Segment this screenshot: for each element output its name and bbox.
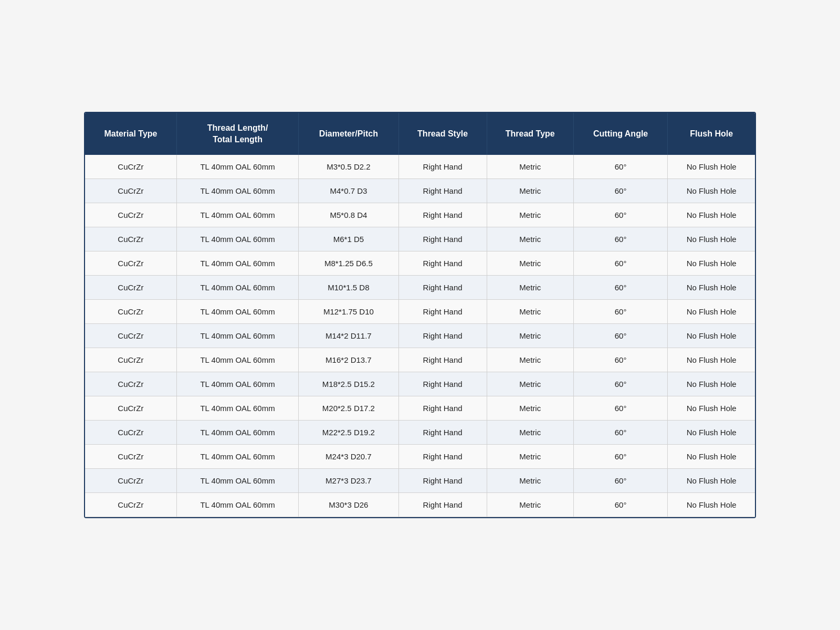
table-cell: 60° bbox=[573, 421, 668, 445]
table-row: CuCrZrTL 40mm OAL 60mmM30*3 D26Right Han… bbox=[85, 493, 755, 517]
table-cell: Right Hand bbox=[398, 493, 487, 517]
table-cell: TL 40mm OAL 60mm bbox=[176, 227, 298, 251]
table-cell: CuCrZr bbox=[85, 421, 176, 445]
header-diameter-pitch: Diameter/Pitch bbox=[299, 113, 398, 155]
table-cell: No Flush Hole bbox=[668, 396, 755, 421]
table-cell: Right Hand bbox=[398, 469, 487, 493]
table-cell: 60° bbox=[573, 324, 668, 348]
table-cell: Right Hand bbox=[398, 372, 487, 396]
table-cell: No Flush Hole bbox=[668, 203, 755, 227]
table-cell: TL 40mm OAL 60mm bbox=[176, 300, 298, 324]
table-row: CuCrZrTL 40mm OAL 60mmM16*2 D13.7Right H… bbox=[85, 348, 755, 372]
table-cell: TL 40mm OAL 60mm bbox=[176, 155, 298, 179]
table-cell: TL 40mm OAL 60mm bbox=[176, 372, 298, 396]
table-body: CuCrZrTL 40mm OAL 60mmM3*0.5 D2.2Right H… bbox=[85, 155, 755, 517]
table-row: CuCrZrTL 40mm OAL 60mmM20*2.5 D17.2Right… bbox=[85, 396, 755, 421]
table-cell: TL 40mm OAL 60mm bbox=[176, 421, 298, 445]
table-row: CuCrZrTL 40mm OAL 60mmM18*2.5 D15.2Right… bbox=[85, 372, 755, 396]
table-cell: CuCrZr bbox=[85, 324, 176, 348]
table-row: CuCrZrTL 40mm OAL 60mmM6*1 D5Right HandM… bbox=[85, 227, 755, 251]
table-cell: No Flush Hole bbox=[668, 179, 755, 203]
table-cell: No Flush Hole bbox=[668, 251, 755, 276]
table-cell: CuCrZr bbox=[85, 179, 176, 203]
table-cell: 60° bbox=[573, 203, 668, 227]
table-cell: Right Hand bbox=[398, 251, 487, 276]
table-cell: No Flush Hole bbox=[668, 227, 755, 251]
table-cell: 60° bbox=[573, 227, 668, 251]
table-cell: No Flush Hole bbox=[668, 300, 755, 324]
table-cell: 60° bbox=[573, 469, 668, 493]
table-cell: TL 40mm OAL 60mm bbox=[176, 179, 298, 203]
table-cell: Metric bbox=[487, 396, 573, 421]
table-cell: 60° bbox=[573, 179, 668, 203]
table-cell: Metric bbox=[487, 493, 573, 517]
table-cell: M20*2.5 D17.2 bbox=[299, 396, 398, 421]
table-cell: TL 40mm OAL 60mm bbox=[176, 445, 298, 469]
table-cell: M8*1.25 D6.5 bbox=[299, 251, 398, 276]
header-thread-style: Thread Style bbox=[398, 113, 487, 155]
table-cell: M10*1.5 D8 bbox=[299, 276, 398, 300]
table-row: CuCrZrTL 40mm OAL 60mmM8*1.25 D6.5Right … bbox=[85, 251, 755, 276]
table-cell: CuCrZr bbox=[85, 469, 176, 493]
product-table: Material Type Thread Length/Total Length… bbox=[85, 113, 755, 518]
table-cell: M16*2 D13.7 bbox=[299, 348, 398, 372]
table-cell: No Flush Hole bbox=[668, 469, 755, 493]
table-cell: CuCrZr bbox=[85, 155, 176, 179]
table-cell: M24*3 D20.7 bbox=[299, 445, 398, 469]
table-cell: Metric bbox=[487, 300, 573, 324]
table-cell: Metric bbox=[487, 324, 573, 348]
table-cell: CuCrZr bbox=[85, 372, 176, 396]
table-cell: Right Hand bbox=[398, 227, 487, 251]
table-cell: M22*2.5 D19.2 bbox=[299, 421, 398, 445]
table-cell: Right Hand bbox=[398, 421, 487, 445]
table-cell: CuCrZr bbox=[85, 348, 176, 372]
table-cell: CuCrZr bbox=[85, 276, 176, 300]
header-cutting-angle: Cutting Angle bbox=[573, 113, 668, 155]
table-row: CuCrZrTL 40mm OAL 60mmM10*1.5 D8Right Ha… bbox=[85, 276, 755, 300]
table-cell: TL 40mm OAL 60mm bbox=[176, 276, 298, 300]
table-cell: Metric bbox=[487, 372, 573, 396]
table-cell: TL 40mm OAL 60mm bbox=[176, 203, 298, 227]
table-cell: 60° bbox=[573, 372, 668, 396]
header-flush-hole: Flush Hole bbox=[668, 113, 755, 155]
table-cell: M18*2.5 D15.2 bbox=[299, 372, 398, 396]
table-cell: 60° bbox=[573, 251, 668, 276]
table-cell: TL 40mm OAL 60mm bbox=[176, 251, 298, 276]
table-cell: Right Hand bbox=[398, 300, 487, 324]
table-cell: No Flush Hole bbox=[668, 324, 755, 348]
table-cell: TL 40mm OAL 60mm bbox=[176, 324, 298, 348]
table-cell: No Flush Hole bbox=[668, 155, 755, 179]
table-cell: Right Hand bbox=[398, 445, 487, 469]
table-cell: Metric bbox=[487, 179, 573, 203]
table-cell: M4*0.7 D3 bbox=[299, 179, 398, 203]
table-cell: Metric bbox=[487, 445, 573, 469]
table-cell: M5*0.8 D4 bbox=[299, 203, 398, 227]
table-row: CuCrZrTL 40mm OAL 60mmM27*3 D23.7Right H… bbox=[85, 469, 755, 493]
table-cell: M30*3 D26 bbox=[299, 493, 398, 517]
table-cell: No Flush Hole bbox=[668, 276, 755, 300]
table-cell: No Flush Hole bbox=[668, 421, 755, 445]
table-cell: 60° bbox=[573, 348, 668, 372]
table-cell: Metric bbox=[487, 348, 573, 372]
table-cell: Metric bbox=[487, 276, 573, 300]
table-cell: 60° bbox=[573, 155, 668, 179]
table-cell: CuCrZr bbox=[85, 396, 176, 421]
table-cell: Metric bbox=[487, 203, 573, 227]
table-cell: M27*3 D23.7 bbox=[299, 469, 398, 493]
header-thread-length: Thread Length/Total Length bbox=[176, 113, 298, 155]
table-cell: No Flush Hole bbox=[668, 348, 755, 372]
table-cell: Right Hand bbox=[398, 276, 487, 300]
table-cell: TL 40mm OAL 60mm bbox=[176, 493, 298, 517]
table-cell: Right Hand bbox=[398, 179, 487, 203]
table-row: CuCrZrTL 40mm OAL 60mmM5*0.8 D4Right Han… bbox=[85, 203, 755, 227]
table-cell: Metric bbox=[487, 155, 573, 179]
table-cell: 60° bbox=[573, 276, 668, 300]
table-cell: M3*0.5 D2.2 bbox=[299, 155, 398, 179]
table-row: CuCrZrTL 40mm OAL 60mmM12*1.75 D10Right … bbox=[85, 300, 755, 324]
table-cell: Metric bbox=[487, 251, 573, 276]
table-cell: TL 40mm OAL 60mm bbox=[176, 469, 298, 493]
table-cell: TL 40mm OAL 60mm bbox=[176, 348, 298, 372]
table-cell: M6*1 D5 bbox=[299, 227, 398, 251]
table-cell: CuCrZr bbox=[85, 445, 176, 469]
table-cell: TL 40mm OAL 60mm bbox=[176, 396, 298, 421]
